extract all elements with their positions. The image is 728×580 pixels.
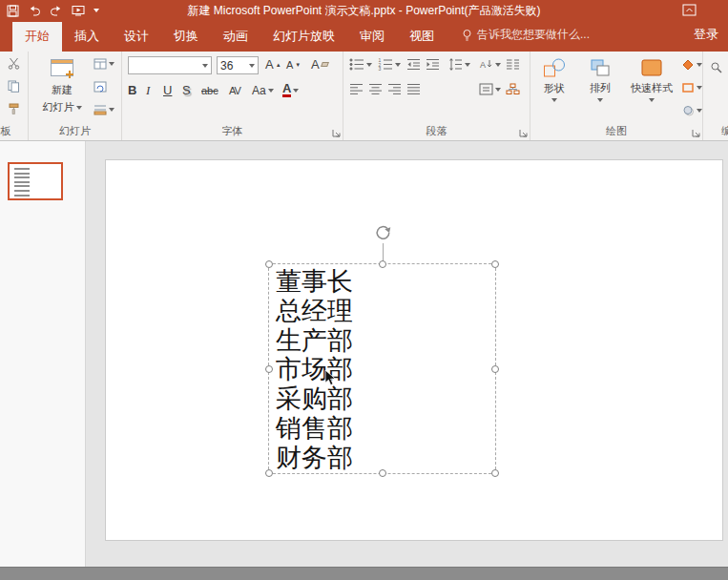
- resize-handle-bottom[interactable]: [379, 469, 386, 477]
- tellme-label: 告诉我您想要做什么...: [477, 27, 590, 43]
- increase-font-size-button[interactable]: A▲: [265, 57, 281, 72]
- group-font: 36 A▲ A▼ A B I U S abc AV Aa A 字体: [122, 52, 343, 140]
- decrease-indent-button[interactable]: [406, 58, 421, 71]
- group-label-editing: 编辑: [711, 124, 728, 138]
- columns-button[interactable]: [506, 58, 520, 71]
- dropdown-caret: [597, 98, 603, 102]
- new-slide-label-line2: 幻灯片: [43, 100, 74, 114]
- shape-outline-button[interactable]: [681, 82, 702, 93]
- shapes-button[interactable]: 形状: [532, 53, 576, 102]
- start-slideshow-icon[interactable]: [72, 5, 85, 16]
- group-label-font: 字体: [122, 124, 343, 138]
- character-spacing-button[interactable]: AV: [229, 85, 240, 96]
- tab-slideshow[interactable]: 幻灯片放映: [260, 22, 347, 52]
- cut-icon[interactable]: [8, 57, 20, 70]
- slide-editing-area[interactable]: 董事长 总经理 生产部 市场部 采购部 销售部 财务部: [87, 141, 728, 567]
- font-color-swatch: A: [282, 83, 291, 97]
- line-spacing-button[interactable]: [448, 58, 470, 71]
- resize-handle-bottom-left[interactable]: [265, 469, 273, 477]
- resize-handle-bottom-right[interactable]: [491, 469, 499, 477]
- text-shadow-button[interactable]: S: [182, 83, 191, 97]
- dropdown-caret: [366, 63, 372, 67]
- strikethrough-button[interactable]: abc: [201, 85, 218, 96]
- align-text-button[interactable]: [479, 83, 501, 95]
- resize-handle-top-right[interactable]: [491, 260, 499, 268]
- resize-handle-left[interactable]: [265, 365, 273, 373]
- bold-button[interactable]: B: [128, 83, 136, 97]
- shapes-icon: [543, 57, 566, 78]
- font-name-combobox[interactable]: [128, 56, 212, 74]
- resize-handle-top-left[interactable]: [265, 260, 273, 268]
- align-left-button[interactable]: [349, 83, 364, 95]
- dropdown-caret: [697, 86, 702, 90]
- numbering-button[interactable]: 123: [378, 58, 401, 71]
- tab-view[interactable]: 视图: [397, 22, 447, 52]
- quick-styles-icon: [640, 57, 663, 78]
- align-right-button[interactable]: [387, 83, 402, 95]
- copy-icon[interactable]: [8, 80, 20, 93]
- redo-icon[interactable]: [50, 5, 63, 16]
- reset-button[interactable]: [94, 81, 107, 93]
- font-size-combobox[interactable]: 36: [217, 56, 259, 74]
- tellme-box[interactable]: 告诉我您想要做什么...: [462, 27, 590, 52]
- format-painter-icon[interactable]: [8, 103, 20, 115]
- dropdown-caret: [495, 88, 501, 92]
- svg-text:3: 3: [379, 66, 382, 71]
- section-button[interactable]: [94, 104, 114, 115]
- rotation-handle-icon[interactable]: [373, 223, 391, 241]
- resize-handle-right[interactable]: [491, 365, 499, 373]
- title-bar: 新建 Microsoft PowerPoint 演示文稿.pptx - Powe…: [0, 0, 728, 21]
- tab-insert[interactable]: 插入: [62, 22, 112, 52]
- tab-review[interactable]: 审阅: [347, 22, 397, 52]
- change-case-button[interactable]: Aa: [252, 84, 274, 97]
- eraser-icon: [321, 62, 329, 67]
- undo-icon[interactable]: [28, 5, 41, 16]
- convert-to-smartart-button[interactable]: [506, 83, 520, 95]
- slide-thumbnail-panel: [0, 141, 86, 567]
- dropdown-caret: [697, 63, 702, 67]
- dropdown-caret: [249, 64, 255, 68]
- dropdown-caret: [551, 98, 557, 102]
- quick-styles-button[interactable]: 快速样式: [624, 53, 679, 102]
- save-icon[interactable]: [7, 5, 19, 17]
- slide[interactable]: 董事长 总经理 生产部 市场部 采购部 销售部 财务部: [105, 159, 723, 541]
- clear-formatting-button[interactable]: A: [311, 57, 328, 72]
- find-icon[interactable]: [710, 61, 722, 73]
- tab-home[interactable]: 开始: [12, 22, 62, 52]
- textbox-line: 生产部: [276, 326, 495, 356]
- text-direction-button[interactable]: A: [479, 58, 501, 71]
- ribbon-display-options-icon[interactable]: [682, 4, 697, 16]
- justify-button[interactable]: [406, 83, 421, 95]
- font-color-button[interactable]: A: [282, 83, 299, 97]
- increase-indent-button[interactable]: [426, 58, 440, 71]
- italic-button[interactable]: I: [146, 83, 150, 98]
- textbox-line: 总经理: [276, 297, 495, 326]
- shape-fill-button[interactable]: [681, 59, 702, 71]
- arrange-icon: [589, 57, 612, 78]
- align-center-button[interactable]: [368, 83, 383, 95]
- dropdown-caret: [649, 98, 655, 102]
- bullets-button[interactable]: [349, 58, 372, 71]
- group-editing: 编辑: [703, 52, 728, 140]
- new-slide-label-line1: 新建: [52, 83, 73, 97]
- tab-design[interactable]: 设计: [112, 22, 161, 52]
- decrease-font-size-button[interactable]: A▼: [286, 59, 301, 71]
- new-slide-button[interactable]: 新建 幻灯片: [34, 53, 90, 114]
- group-label-slides: 幻灯片: [29, 124, 121, 138]
- layout-button[interactable]: [94, 58, 114, 70]
- selected-textbox[interactable]: 董事长 总经理 生产部 市场部 采购部 销售部 财务部: [268, 263, 496, 474]
- customize-qat-chevron-icon[interactable]: [94, 9, 99, 12]
- thumbnail-text-preview: [14, 168, 30, 198]
- textbox-line: 市场部: [276, 355, 495, 384]
- arrange-button[interactable]: 排列: [578, 53, 622, 102]
- tab-animations[interactable]: 动画: [211, 22, 260, 52]
- resize-handle-top[interactable]: [379, 260, 386, 268]
- tab-transitions[interactable]: 切换: [161, 22, 211, 52]
- sign-in-button[interactable]: 登录: [694, 26, 718, 43]
- shape-effects-button[interactable]: [681, 105, 702, 116]
- new-slide-icon: [49, 57, 75, 80]
- slide-thumbnail[interactable]: [8, 162, 63, 200]
- textbox-line: 财务部: [276, 444, 495, 473]
- underline-button[interactable]: U: [163, 83, 172, 97]
- dropdown-caret: [76, 106, 82, 110]
